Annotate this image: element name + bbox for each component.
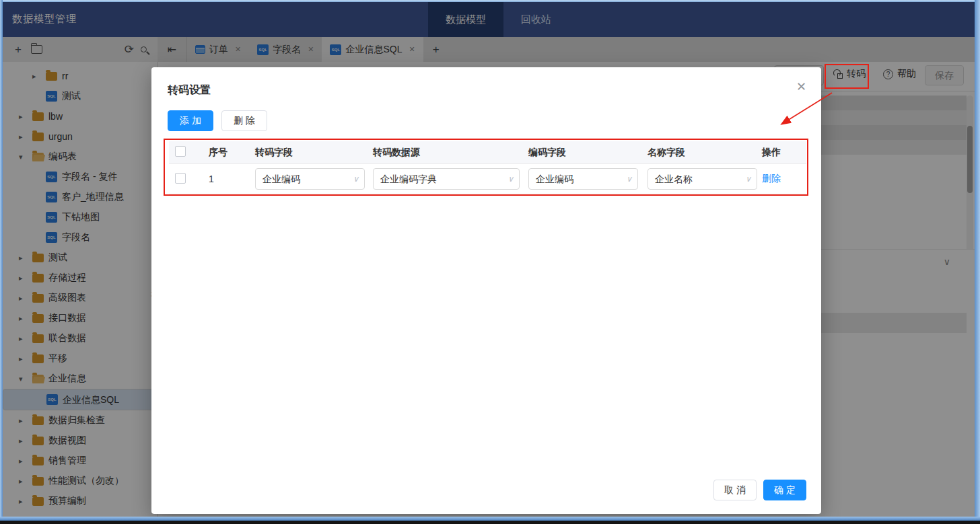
cancel-button[interactable]: 取 消 xyxy=(713,480,757,500)
annotation-arrow xyxy=(767,87,841,135)
delete-button[interactable]: 删 除 xyxy=(221,110,267,131)
annotation-box-transcode xyxy=(825,64,869,89)
add-button[interactable]: 添 加 xyxy=(168,110,213,131)
transcode-settings-dialog: 转码设置 ✕ 添 加 删 除 序号 转码字段 转码数据源 编码字段 名称字段 操… xyxy=(151,67,821,514)
window-frame xyxy=(0,0,3,521)
window-frame xyxy=(975,0,980,521)
confirm-button[interactable]: 确 定 xyxy=(763,480,806,500)
annotation-box-table xyxy=(164,139,808,196)
window-frame xyxy=(0,0,980,2)
dialog-title: 转码设置 xyxy=(168,83,211,98)
window-frame xyxy=(0,521,980,524)
